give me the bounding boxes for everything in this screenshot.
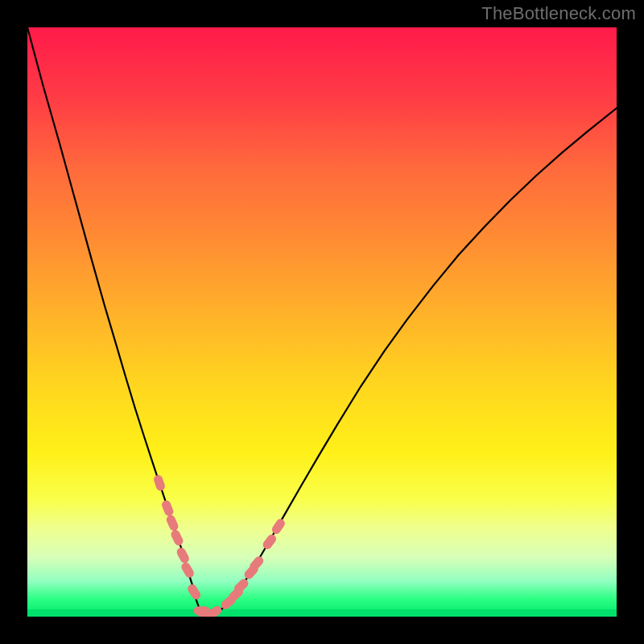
svg-rect-0: [153, 474, 167, 492]
curve-layer: [27, 27, 617, 617]
chart-frame: TheBottleneck.com: [0, 0, 644, 644]
bottleneck-curve: [27, 27, 617, 616]
marker-point: [153, 474, 167, 492]
marker-point: [270, 518, 287, 536]
marker-point: [165, 514, 180, 532]
svg-rect-2: [165, 514, 180, 532]
marker-point: [186, 583, 202, 601]
marker-point: [261, 533, 278, 551]
plot-area: [27, 27, 617, 617]
watermark-label: TheBottleneck.com: [481, 3, 636, 24]
svg-rect-15: [261, 533, 278, 551]
svg-rect-1: [160, 499, 175, 518]
marker-point: [180, 561, 196, 580]
marker-point: [175, 546, 191, 564]
svg-rect-3: [170, 529, 185, 547]
svg-rect-16: [270, 518, 287, 536]
svg-rect-4: [175, 546, 191, 564]
svg-rect-5: [180, 561, 196, 580]
marker-point: [160, 499, 175, 518]
marker-point: [170, 529, 185, 547]
svg-rect-6: [186, 583, 202, 601]
